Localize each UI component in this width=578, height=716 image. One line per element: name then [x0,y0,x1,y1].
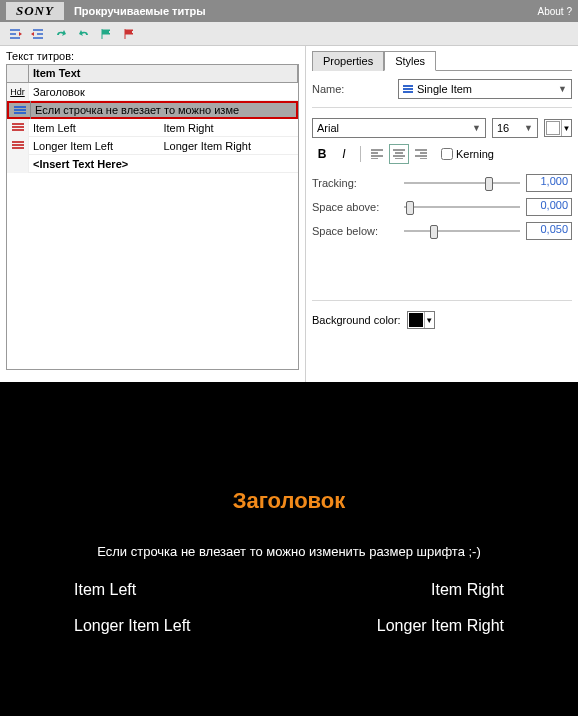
grid-row-dual[interactable]: Item Left Item Right [7,119,298,137]
grid-cell[interactable]: Заголовок [29,86,298,98]
chevron-down-icon: ▼ [561,120,571,136]
font-value: Arial [317,122,339,134]
dual-left: Longer Item Left [33,140,164,152]
bg-color-label: Background color: [312,314,401,326]
credits-grid[interactable]: Item Text Hdr Заголовок Если строчка не … [6,64,299,370]
grid-row-dual[interactable]: Longer Item Left Longer Item Right [7,137,298,155]
dual-item-icon [7,119,29,137]
chevron-down-icon: ▼ [472,123,481,133]
align-left-button[interactable] [367,144,387,164]
space-below-value[interactable]: 0,050 [526,222,572,240]
style-name-value: Single Item [417,83,472,95]
insert-placeholder[interactable]: <Insert Text Here> [29,158,298,170]
blank-icon [7,155,29,173]
italic-button[interactable]: I [334,144,354,164]
chevron-down-icon: ▼ [558,84,567,94]
tracking-label: Tracking: [312,177,398,189]
preview-item-left: Longer Item Left [74,617,191,635]
toolbar [0,22,578,46]
preview-title: Заголовок [233,488,346,514]
font-combo[interactable]: Arial ▼ [312,118,486,138]
preview-item-right: Item Right [431,581,504,599]
flag-button[interactable] [98,25,116,43]
preview-item-left: Item Left [74,581,136,599]
tab-styles[interactable]: Styles [384,51,436,71]
grid-cell[interactable]: Item Left Item Right [29,122,298,134]
preview-item-right: Longer Item Right [377,617,504,635]
window-title: Прокручиваемые титры [74,5,538,17]
single-item-icon [9,101,31,119]
sony-logo: SONY [6,2,64,20]
about-link[interactable]: About ? [538,6,572,17]
tab-properties[interactable]: Properties [312,51,384,71]
outdent-button[interactable] [6,25,24,43]
chevron-down-icon: ▼ [424,312,434,328]
bg-color-swatch[interactable]: ▼ [407,311,435,329]
dual-right: Item Right [164,122,295,134]
grid-row-selected[interactable]: Если строчка не влезает то можно изме [7,101,298,119]
indent-button[interactable] [29,25,47,43]
preview-description: Если строчка не влезает то можно изменит… [97,544,481,559]
dual-item-icon [7,137,29,155]
grid-cell[interactable]: Longer Item Left Longer Item Right [29,140,298,152]
kerning-label: Kerning [456,148,494,160]
font-color-swatch[interactable]: ▼ [544,119,572,137]
bold-button[interactable]: B [312,144,332,164]
credits-label: Текст титров: [6,50,299,62]
dual-right: Longer Item Right [164,140,295,152]
style-name-combo[interactable]: Single Item ▼ [398,79,572,99]
preview-pane: Заголовок Если строчка не влезает то мож… [0,382,578,716]
chevron-down-icon: ▼ [524,123,533,133]
tracking-value[interactable]: 1,000 [526,174,572,192]
space-above-label: Space above: [312,201,398,213]
properties-pane: Properties Styles Name: Single Item ▼ Ar… [306,46,578,382]
title-bar: SONY Прокручиваемые титры About ? [0,0,578,22]
space-below-slider[interactable] [404,223,520,239]
space-above-value[interactable]: 0,000 [526,198,572,216]
dual-left: Item Left [33,122,164,134]
kerning-checkbox[interactable] [441,148,453,160]
redo-button[interactable] [75,25,93,43]
fontsize-value: 16 [497,122,509,134]
space-below-label: Space below: [312,225,398,237]
grid-row-insert[interactable]: <Insert Text Here> [7,155,298,173]
tracking-slider[interactable] [404,175,520,191]
credits-list-pane: Текст титров: Item Text Hdr Заголовок Ес… [0,46,306,382]
header-type-icon: Hdr [7,83,29,101]
fontsize-combo[interactable]: 16 ▼ [492,118,538,138]
name-label: Name: [312,83,392,95]
grid-row-header[interactable]: Hdr Заголовок [7,83,298,101]
delete-button[interactable] [121,25,139,43]
grid-header-text: Item Text [29,65,298,82]
align-right-button[interactable] [411,144,431,164]
space-above-slider[interactable] [404,199,520,215]
grid-header-icon [7,65,29,82]
undo-button[interactable] [52,25,70,43]
align-center-button[interactable] [389,144,409,164]
grid-cell[interactable]: Если строчка не влезает то можно изме [31,104,296,116]
